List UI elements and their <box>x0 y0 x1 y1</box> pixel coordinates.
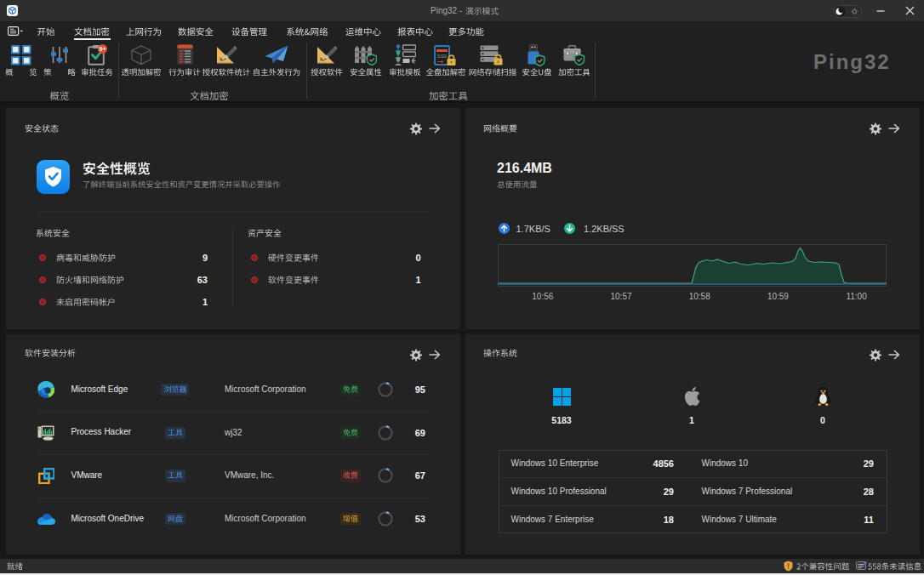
svg-text:SSD: SSD <box>436 53 446 58</box>
svg-text:9+: 9+ <box>100 46 106 52</box>
